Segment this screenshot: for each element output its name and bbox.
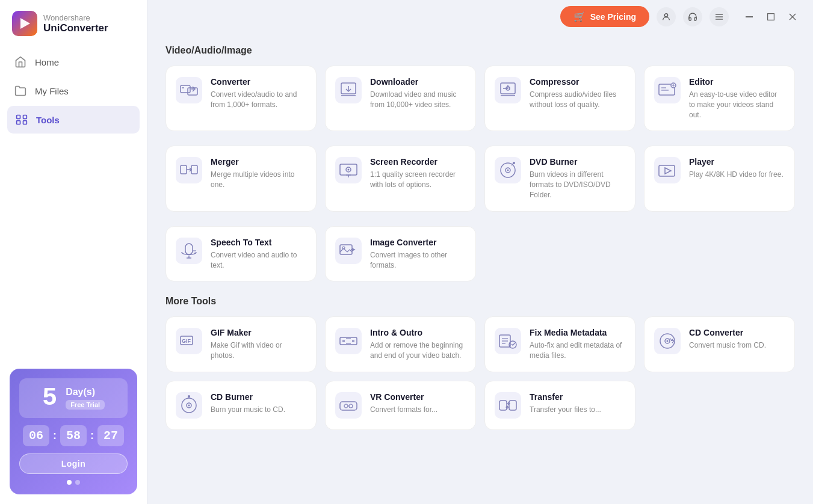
- svg-point-83: [188, 404, 190, 406]
- empty-slot-2: [644, 226, 795, 282]
- downloader-icon: [335, 77, 362, 103]
- sidebar-item-tools[interactable]: Tools: [7, 106, 140, 134]
- speech-to-text-title: Speech To Text: [211, 238, 306, 247]
- transfer-content: Transfer Transfer your files to...: [530, 392, 601, 415]
- tool-card-gif-maker[interactable]: GIF GIF Maker Make Gif with video or pho…: [165, 316, 317, 372]
- sidebar-bottom: 5 Day(s) Free Trial 06 : 58 : 27 Login: [0, 359, 147, 504]
- tool-card-vr-converter[interactable]: VR Converter Convert formats for...: [325, 381, 476, 430]
- trial-days-number: 5: [42, 386, 57, 411]
- countdown-sep-2: :: [90, 429, 94, 442]
- close-button[interactable]: [784, 8, 801, 25]
- converter-desc: Convert video/audio to and from 1,000+ f…: [211, 90, 306, 110]
- countdown-sep-1: :: [53, 429, 57, 442]
- main-area: 🛒 See Pricing: [147, 0, 813, 504]
- headset-icon[interactable]: [683, 7, 702, 26]
- sidebar-item-my-files[interactable]: My Files: [0, 77, 147, 105]
- dvd-burner-content: DVD Burner Burn videos in different form…: [530, 157, 625, 200]
- merger-icon: [176, 157, 202, 183]
- converter-icon: [176, 77, 202, 103]
- more-tools-row-2: CD Burner Burn your music to CD. VR: [165, 381, 795, 430]
- svg-rect-5: [23, 121, 27, 124]
- minimize-button[interactable]: [741, 8, 758, 25]
- svg-point-6: [664, 13, 667, 16]
- empty-slot-1: [484, 226, 635, 282]
- tool-card-dvd-burner[interactable]: DVD Burner Burn videos in different form…: [484, 146, 635, 211]
- sidebar-item-home[interactable]: Home: [0, 48, 147, 76]
- editor-content: Editor An easy-to-use video editor to ma…: [689, 77, 785, 120]
- trial-label-area: Day(s) Free Trial: [66, 387, 105, 410]
- svg-rect-10: [746, 16, 753, 17]
- fix-media-metadata-content: Fix Media Metadata Auto-fix and edit met…: [530, 328, 625, 361]
- downloader-title: Downloader: [370, 77, 466, 87]
- cd-converter-icon: [654, 328, 681, 354]
- trial-days-box: 5 Day(s) Free Trial: [19, 378, 128, 418]
- tool-card-screen-recorder[interactable]: Screen Recorder 1:1 quality screen recor…: [325, 146, 476, 211]
- svg-rect-34: [176, 157, 202, 183]
- user-account-icon[interactable]: [657, 7, 676, 26]
- vr-converter-desc: Convert formats for...: [370, 405, 437, 415]
- tool-card-transfer[interactable]: Transfer Transfer your files to...: [484, 381, 635, 430]
- content-area: Video/Audio/Image Converter: [147, 33, 813, 504]
- tool-card-player[interactable]: Player Play 4K/8K HD video for free.: [644, 146, 795, 211]
- compressor-icon: [495, 77, 521, 103]
- dvd-burner-icon: [495, 157, 521, 183]
- section-title-more-tools: More Tools: [165, 296, 795, 307]
- tool-card-image-converter[interactable]: Image Converter Convert images to other …: [325, 226, 476, 282]
- image-converter-desc: Convert images to other formats.: [370, 250, 466, 271]
- editor-desc: An easy-to-use video editor to make your…: [689, 90, 785, 120]
- intro-outro-desc: Add or remove the beginning and end of y…: [370, 340, 466, 361]
- cd-converter-desc: Convert music from CD.: [689, 340, 766, 351]
- tool-card-converter[interactable]: Converter Convert video/audio to and fro…: [165, 66, 317, 131]
- converter-title: Converter: [211, 77, 306, 87]
- tools-row-3: Speech To Text Convert video and audio t…: [165, 226, 795, 282]
- merger-content: Merger Merge multiple videos into one.: [211, 157, 306, 190]
- empty-slot-more-1: [644, 381, 795, 430]
- tool-card-downloader[interactable]: Downloader Download video and music from…: [325, 66, 476, 131]
- vr-converter-title: VR Converter: [370, 392, 437, 402]
- dvd-burner-title: DVD Burner: [530, 157, 625, 167]
- folder-icon: [14, 85, 26, 97]
- image-converter-icon: [335, 238, 362, 264]
- player-desc: Play 4K/8K HD video for free.: [689, 170, 784, 180]
- trial-badge: Free Trial: [66, 400, 105, 410]
- login-button[interactable]: Login: [19, 453, 128, 474]
- gif-maker-icon: GIF: [176, 328, 202, 354]
- header: 🛒 See Pricing: [147, 0, 813, 33]
- svg-point-85: [188, 395, 190, 398]
- transfer-title: Transfer: [530, 392, 601, 402]
- image-converter-content: Image Converter Convert images to other …: [370, 238, 466, 271]
- see-pricing-button[interactable]: 🛒 See Pricing: [560, 6, 649, 27]
- tool-card-fix-media-metadata[interactable]: Fix Media Metadata Auto-fix and edit met…: [484, 316, 635, 372]
- vr-converter-icon: [335, 392, 362, 419]
- gif-maker-title: GIF Maker: [211, 328, 306, 337]
- fix-media-metadata-desc: Auto-fix and edit metadata of media file…: [530, 340, 625, 361]
- compressor-title: Compressor: [530, 77, 625, 87]
- cd-burner-icon: [176, 392, 202, 419]
- maximize-button[interactable]: [762, 8, 779, 25]
- intro-outro-title: Intro & Outro: [370, 328, 466, 337]
- screen-recorder-content: Screen Recorder 1:1 quality screen recor…: [370, 157, 466, 190]
- tool-card-compressor[interactable]: Compressor Compress audio/video files wi…: [484, 66, 635, 131]
- svg-rect-91: [495, 392, 521, 419]
- editor-title: Editor: [689, 77, 785, 87]
- speech-to-text-icon: [176, 238, 202, 264]
- menu-icon[interactable]: [709, 7, 729, 26]
- svg-point-43: [348, 169, 350, 171]
- tool-card-intro-outro[interactable]: Intro & Outro Add or remove the beginnin…: [325, 316, 476, 372]
- window-controls: [741, 8, 801, 25]
- tool-card-merger[interactable]: Merger Merge multiple videos into one.: [165, 146, 317, 211]
- converter-content: Converter Convert video/audio to and fro…: [211, 77, 306, 110]
- player-title: Player: [689, 157, 784, 167]
- tool-card-speech-to-text[interactable]: Speech To Text Convert video and audio t…: [165, 226, 317, 282]
- tool-card-cd-converter[interactable]: CD Converter Convert music from CD.: [644, 316, 795, 372]
- see-pricing-label: See Pricing: [590, 12, 636, 22]
- svg-text:GIF: GIF: [182, 338, 191, 344]
- fix-media-metadata-icon: [495, 328, 521, 354]
- svg-rect-14: [176, 77, 202, 103]
- section-title-video-audio-image: Video/Audio/Image: [165, 45, 795, 56]
- tool-card-cd-burner[interactable]: CD Burner Burn your music to CD.: [165, 381, 317, 430]
- svg-rect-4: [17, 121, 20, 124]
- svg-point-79: [667, 340, 669, 342]
- sidebar-nav: Home My Files Tools: [0, 47, 147, 135]
- tool-card-editor[interactable]: Editor An easy-to-use video editor to ma…: [644, 66, 795, 131]
